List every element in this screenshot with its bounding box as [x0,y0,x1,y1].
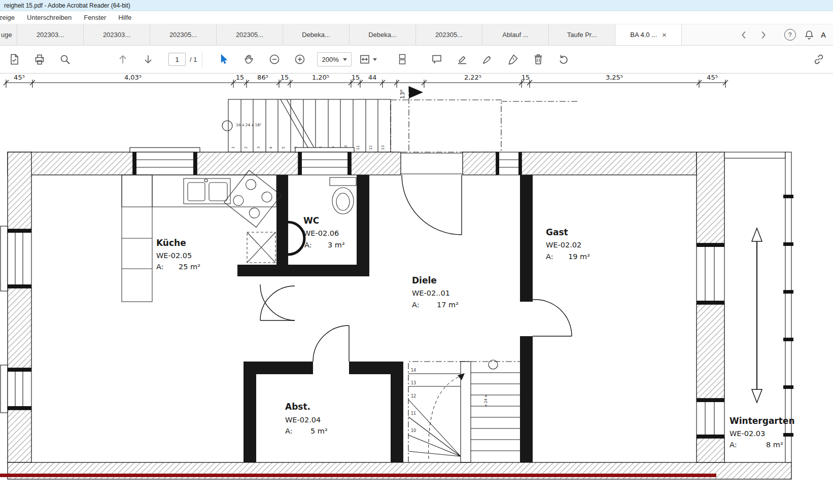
dim-label: 15 [236,74,245,81]
stair-bottom: x 24 x 14 13 12 11 10 [408,360,523,462]
tab-label: 202305... [169,31,197,39]
room-code: WE-02.06 [303,229,339,237]
tab-label: 202303... [103,31,130,39]
menu-hilfe[interactable]: Hilfe [118,14,131,21]
help-glyph: ? [788,31,791,39]
tab-ablauf[interactable]: Ablauf ... [482,24,549,45]
tab-scroll-right-button[interactable] [756,27,771,43]
print-button[interactable] [30,50,49,68]
cursor-icon [218,53,230,65]
room-name: Wintergarten [730,416,795,426]
bell-icon [804,29,815,41]
hand-tool-button[interactable] [240,50,258,68]
tread-number: 10 [411,428,416,433]
tab-202305-c[interactable]: 202305... [416,24,482,45]
interior-walls [237,175,533,462]
select-tool-button[interactable] [215,50,233,68]
dimension-chain-top: 45⁵ 4,03⁵ 15 86⁵ 15 1,20⁵ 15 44 2,22⁵ 15… [4,74,728,88]
menu-unterschreiben[interactable]: Unterschreiben [27,14,72,21]
notifications-button[interactable] [802,27,817,43]
trash-button[interactable] [529,50,547,68]
zoom-in-button[interactable] [291,50,309,68]
document-tabbar: uge 202303... 202303... 202305... 202305… [0,24,833,46]
save-button[interactable] [5,50,23,68]
stair-dimension-label: 16 x 24 x 18⁵ [236,123,261,127]
tread-number: 14 [411,368,416,373]
dim-label-rotated: 13⁸ [399,89,406,99]
page-number-input[interactable] [168,53,186,66]
zoom-level-dropdown[interactable]: 200% [317,52,351,66]
room-area: 19 m² [568,253,590,261]
room-area: 5 m² [310,427,328,435]
tab-close-icon[interactable]: × [662,31,667,39]
fill-sign-button[interactable] [504,50,522,68]
room-name: Küche [156,238,186,248]
help-button[interactable]: ? [782,27,797,43]
tab-202303-a[interactable]: 202303... [17,24,84,45]
page-scrolling-button[interactable] [393,50,411,68]
zoom-out-button[interactable] [265,50,284,68]
pdf-page-canvas[interactable]: 45⁵ 4,03⁵ 15 86⁵ 15 1,20⁵ 15 44 2,22⁵ 15… [0,74,833,504]
tab-label: 202305... [435,31,463,39]
tab-label: uge [1,31,12,39]
room-area-prefix: A: [304,241,312,249]
next-page-button[interactable] [139,50,157,68]
tab-label: Debeka... [302,31,330,39]
previous-page-button[interactable] [114,50,132,68]
tread-number: 12 [411,394,416,399]
arrow-up-icon [117,53,129,65]
menu-anzeige[interactable]: zeige [0,14,15,21]
share-link-button[interactable] [810,50,828,68]
partial-signin-label[interactable]: A [821,30,830,39]
tread-number: 5 [282,147,286,149]
search-button[interactable] [56,50,74,68]
zoom-value: 200% [322,56,338,63]
rotate-button[interactable] [554,50,573,68]
highlighter-icon [456,53,468,65]
help-icon: ? [784,29,796,41]
tread-number: 13 [381,146,385,150]
stair-top: 16 x 24 x 18⁵ 1 2 3 4 5 6 7 8 9 10 11 12… [222,99,391,152]
tab-202305-b[interactable]: 202305... [217,24,283,45]
toolbar-separator [202,52,202,67]
link-icon [813,53,825,65]
fit-width-dropdown[interactable] [359,53,377,65]
tab-debeka-a[interactable]: Debeka... [283,24,350,45]
tab-202303-b[interactable]: 202303... [84,24,150,45]
tab-ba-40-active[interactable]: BA 4.0 ... × [615,24,682,45]
tab-label: Ablauf ... [502,31,528,39]
tread-number: 4 [269,146,273,149]
window-title: reigheit 15.pdf - Adobe Acrobat Reader (… [4,2,130,9]
tabbar-controls: ? A [734,24,833,45]
entrance-canopy [391,100,578,152]
tab-202305-a[interactable]: 202305... [150,24,217,45]
arrow-down-icon [142,53,154,65]
stove-icon [224,170,281,227]
tread-number: 3 [257,147,261,149]
dim-label: 15 [522,74,530,81]
window-titlebar: reigheit 15.pdf - Adobe Acrobat Reader (… [0,0,833,11]
tread-number: 11 [411,411,416,416]
tread-number: 13 [411,381,416,385]
room-area-prefix: A: [412,301,420,309]
room-area: 17 m² [437,301,459,309]
room-code: WE-02..01 [412,289,450,297]
trash-icon [532,53,544,65]
fit-width-icon [359,53,371,65]
tread-number: 1 [231,147,235,149]
tab-scroll-left-button[interactable] [737,27,752,43]
room-area-prefix: A: [285,427,293,435]
pen-nib-icon [507,53,519,65]
tab-taufe[interactable]: Taufe Pr... [549,24,615,45]
comment-button[interactable] [428,50,446,68]
tab-partial-left[interactable]: uge [0,24,17,45]
red-marker-line [0,474,716,477]
highlight-button[interactable] [453,50,471,68]
sign-button[interactable] [478,50,497,68]
tab-debeka-b[interactable]: Debeka... [350,24,416,45]
room-name: WC [303,215,319,226]
room-name: Diele [412,275,437,285]
room-code: WE-02.05 [156,251,192,260]
room-area: 8 m² [766,441,783,449]
menu-fenster[interactable]: Fenster [84,14,106,21]
